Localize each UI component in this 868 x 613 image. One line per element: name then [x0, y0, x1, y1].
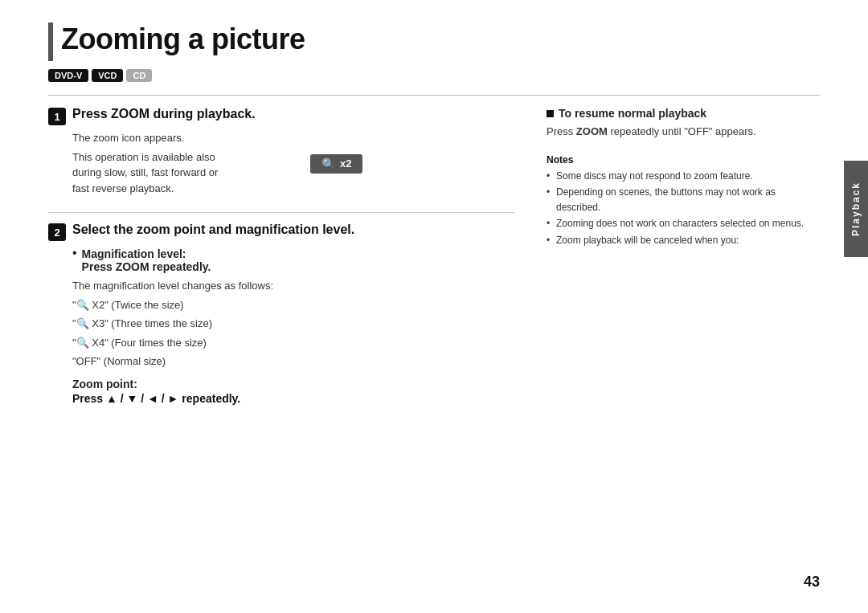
page-number: 43	[804, 574, 820, 591]
square-bullet-icon	[547, 110, 554, 117]
mag-level-2: "🔍 X3" (Three times the size)	[72, 316, 514, 332]
note-4: Zoom playback will be canceled when you:	[547, 233, 820, 248]
main-columns: 1 Press ZOOM during playback. The zoom i…	[48, 107, 820, 418]
step-2-title: Select the zoom point and magnification …	[72, 223, 354, 237]
bullet-dot: •	[72, 246, 77, 260]
resume-title: To resume normal playback	[547, 107, 820, 120]
resume-section: To resume normal playback Press ZOOM rep…	[547, 107, 820, 140]
col-left: 1 Press ZOOM during playback. The zoom i…	[48, 107, 514, 418]
title-accent-bar	[48, 22, 53, 61]
zoom-mag-icon: 🔍	[321, 157, 335, 170]
step-1-title: Press ZOOM during playback.	[72, 107, 256, 121]
top-divider	[48, 95, 820, 96]
sidebar-wrapper: Playback	[844, 161, 868, 257]
step-1-number: 1	[48, 108, 66, 125]
page-title: Zooming a picture	[61, 22, 305, 56]
step-1-body: The zoom icon appears. This operation is…	[48, 130, 514, 199]
page-container: Zooming a picture DVD-V VCD CD 1 Press Z…	[0, 0, 868, 613]
step-1-header: 1 Press ZOOM during playback.	[48, 107, 514, 125]
resume-body: Press ZOOM repeatedly until "OFF" appear…	[547, 124, 820, 140]
note-2: Depending on scenes, the buttons may not…	[547, 185, 820, 215]
sidebar-label: Playback	[850, 182, 862, 236]
mag-level-3: "🔍 X4" (Four times the size)	[72, 335, 514, 351]
zoom-point-section: Zoom point: Press ▲ / ▼ / ◄ / ► repeated…	[72, 378, 514, 405]
step-2-block: 2 Select the zoom point and magnificatio…	[48, 223, 514, 405]
note-3: Zooming does not work on characters sele…	[547, 216, 820, 231]
magnification-header: Magnification level: Press ZOOM repeated…	[82, 247, 211, 273]
zoom-icon-box: 🔍 x2	[310, 154, 362, 174]
step-2-header: 2 Select the zoom point and magnificatio…	[48, 223, 514, 241]
title-wrapper: Zooming a picture	[48, 22, 820, 61]
zoom-icon-label: x2	[340, 157, 351, 170]
step-2-number: 2	[48, 223, 66, 241]
step-1-line1: The zoom icon appears.	[72, 130, 514, 146]
badge-cd: CD	[126, 69, 152, 82]
notes-section: Notes Some discs may not respond to zoom…	[547, 154, 820, 248]
notes-list: Some discs may not respond to zoom featu…	[547, 169, 820, 248]
mag-level-1: "🔍 X2" (Twice the size)	[72, 297, 514, 313]
badge-dvdv: DVD-V	[48, 69, 88, 82]
magnification-desc: The magnification level changes as follo…	[72, 278, 514, 294]
zoom-point-title: Zoom point:	[72, 378, 514, 390]
note-1: Some discs may not respond to zoom featu…	[547, 169, 820, 184]
badge-vcd: VCD	[92, 69, 123, 82]
step-2-body: • Magnification level: Press ZOOM repeat…	[48, 247, 514, 405]
step-1-block: 1 Press ZOOM during playback. The zoom i…	[48, 107, 514, 199]
magnification-section: • Magnification level: Press ZOOM repeat…	[72, 247, 514, 370]
step-1-line2: This operation is available also during …	[72, 149, 233, 197]
zoom-point-desc: Press ▲ / ▼ / ◄ / ► repeatedly.	[72, 392, 514, 405]
col-right: To resume normal playback Press ZOOM rep…	[547, 107, 820, 418]
format-badges: DVD-V VCD CD	[48, 69, 820, 82]
mag-level-4: "OFF" (Normal size)	[72, 353, 514, 370]
step-divider	[48, 212, 514, 213]
notes-title: Notes	[547, 154, 820, 166]
